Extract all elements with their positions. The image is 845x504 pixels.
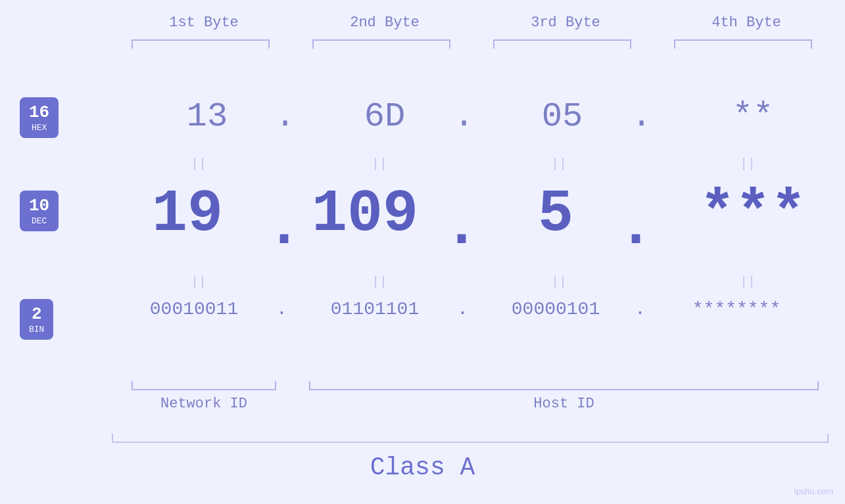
watermark: ipshu.com — [794, 486, 833, 496]
equals-3b: || — [551, 275, 567, 290]
top-bracket-4 — [674, 39, 812, 49]
top-bracket-3 — [493, 39, 631, 49]
equals-1b: || — [191, 275, 206, 290]
hex-dot-3: . — [631, 97, 652, 136]
bin-badge: 2 BIN — [20, 299, 53, 340]
class-bracket — [112, 434, 829, 443]
bin-dot-3: . — [635, 299, 646, 319]
byte-header-1: 1st Byte — [132, 14, 276, 31]
host-id-label: Host ID — [309, 396, 819, 412]
byte-header-2: 2nd Byte — [312, 14, 457, 31]
bin-value-1: 00010011 — [122, 299, 266, 319]
bin-dot-1: . — [276, 299, 287, 319]
dec-dot-3: . — [618, 194, 654, 261]
byte-header-3: 3rd Byte — [493, 14, 638, 31]
page: 1st Byte 2nd Byte 3rd Byte 4th Byte 16 H… — [0, 0, 845, 504]
dec-value-1: 19 — [115, 181, 260, 248]
hex-dot-1: . — [275, 97, 295, 136]
equals-4a: || — [740, 156, 756, 172]
equals-2b: || — [372, 275, 387, 290]
top-bracket-2 — [312, 39, 450, 49]
top-bracket-1 — [132, 39, 270, 49]
byte-header-4: 4th Byte — [674, 14, 819, 31]
network-id-label: Network ID — [132, 396, 276, 412]
dec-value-2: 109 — [293, 181, 437, 248]
dec-badge: 10 DEC — [20, 191, 59, 231]
bottom-bracket-network — [132, 381, 276, 390]
dec-value-4: *** — [671, 181, 835, 248]
dec-dot-2: . — [444, 194, 479, 261]
hex-badge: 16 HEX — [20, 97, 59, 138]
hex-value-2: 6D — [322, 97, 447, 136]
class-label: Class A — [0, 453, 845, 482]
equals-3a: || — [551, 156, 567, 172]
bin-value-4: ******** — [664, 299, 809, 319]
hex-dot-2: . — [454, 97, 474, 136]
bin-value-2: 01101101 — [302, 299, 447, 319]
hex-value-4: ** — [690, 97, 815, 136]
hex-value-1: 13 — [145, 97, 270, 136]
equals-4b: || — [740, 275, 756, 290]
bin-dot-2: . — [457, 299, 468, 319]
hex-value-3: 05 — [500, 97, 625, 136]
equals-2a: || — [372, 156, 387, 172]
dec-value-3: 5 — [503, 181, 608, 248]
bin-value-3: 00000101 — [483, 299, 628, 319]
equals-1a: || — [191, 156, 206, 172]
bottom-bracket-host — [309, 381, 819, 390]
